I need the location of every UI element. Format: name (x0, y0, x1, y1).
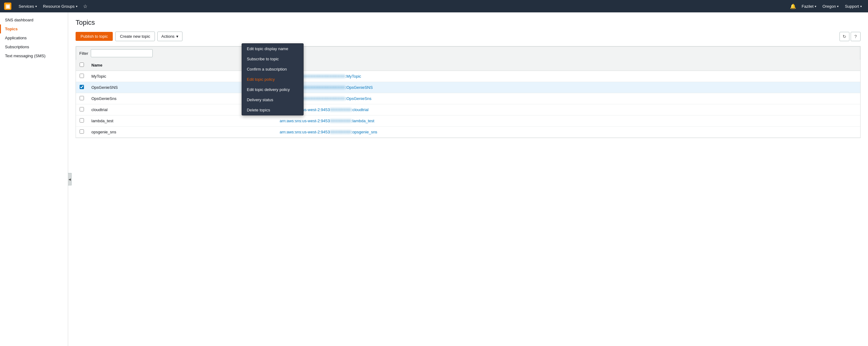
region-caret-icon: ▾ (837, 5, 839, 8)
filter-label: Filter (79, 51, 88, 56)
filter-input[interactable] (91, 49, 153, 57)
menu-item-delete-topics[interactable]: Delete topics (242, 105, 303, 115)
sidebar-item-topics[interactable]: Topics (0, 25, 68, 33)
user-menu[interactable]: Fazilet ▾ (799, 0, 819, 12)
table-header-row: Name ARN (76, 60, 860, 71)
help-button[interactable]: ? (851, 32, 861, 41)
publish-to-topic-button[interactable]: Publish to topic (75, 32, 113, 41)
table-row: OpsGenieSns arn:aws:sXXXXXXXXXXXXXXXXXX:… (76, 93, 860, 104)
sidebar: ◀ SNS dashboard Topics Applications Subs… (0, 12, 68, 346)
menu-item-edit-delivery-policy[interactable]: Edit topic delivery policy (242, 84, 303, 95)
resource-groups-caret-icon: ▾ (76, 5, 78, 8)
topics-table-wrapper: Filter Name ARN (75, 46, 861, 138)
arn-link[interactable]: arn:aws:sns:us-west-2:9453XXXXXXXX:opsge… (280, 130, 377, 134)
row-checkbox[interactable] (80, 74, 84, 78)
menu-item-edit-display-name[interactable]: Edit topic display name (242, 44, 303, 54)
topics-table: Name ARN MyTopic arn:aws:sXXXXXXXXXXXXXX… (76, 60, 860, 138)
refresh-icon: ↻ (843, 34, 846, 39)
create-new-topic-button[interactable]: Create new topic (115, 32, 155, 41)
support-caret-icon: ▾ (860, 5, 862, 8)
services-nav[interactable]: Services ▾ (16, 0, 40, 12)
sidebar-item-applications[interactable]: Applications (0, 33, 68, 42)
resource-groups-nav[interactable]: Resource Groups ▾ (40, 0, 81, 12)
table-row: lambda_test arn:aws:sns:us-west-2:9453XX… (76, 115, 860, 127)
refresh-button[interactable]: ↻ (839, 32, 849, 41)
sidebar-item-text-messaging[interactable]: Text messaging (SMS) (0, 51, 68, 60)
sidebar-item-subscriptions[interactable]: Subscriptions (0, 42, 68, 51)
menu-item-delivery-status[interactable]: Delivery status (242, 95, 303, 105)
actions-caret-icon: ▾ (176, 34, 179, 39)
menu-item-subscribe[interactable]: Subscribe to topic (242, 54, 303, 64)
menu-item-confirm-subscription[interactable]: Confirm a subscription (242, 64, 303, 74)
row-checkbox[interactable] (80, 85, 84, 89)
page-title: Topics (75, 19, 861, 27)
row-checkbox[interactable] (80, 107, 84, 111)
actions-dropdown-menu: Edit topic display name Subscribe to top… (242, 43, 304, 115)
topic-name: lambda_test (88, 115, 276, 127)
favorites-icon[interactable]: ☆ (81, 3, 90, 9)
select-all-header (76, 60, 88, 71)
help-icon: ? (855, 34, 857, 39)
topic-name: opsgenie_sns (88, 127, 276, 138)
select-all-checkbox[interactable] (80, 63, 84, 67)
row-checkbox[interactable] (80, 96, 84, 100)
table-row: opsgenie_sns arn:aws:sns:us-west-2:9453X… (76, 127, 860, 138)
main-content: Topics Publish to topic Create new topic… (68, 12, 868, 346)
table-row: OpsGenieSNS arn:aws:sXXXXXXXXXXXXXXXXXX:… (76, 82, 860, 93)
services-caret-icon: ▾ (35, 5, 37, 8)
table-row: cloudtrial arn:aws:sns:us-west-2:9453XXX… (76, 104, 860, 115)
svg-text:▣: ▣ (5, 3, 10, 9)
row-checkbox[interactable] (80, 129, 84, 134)
sidebar-item-sns-dashboard[interactable]: SNS dashboard (0, 15, 68, 25)
top-navigation: ▣ Services ▾ Resource Groups ▾ ☆ 🔔 Fazil… (0, 0, 868, 12)
user-caret-icon: ▾ (815, 5, 816, 8)
filter-row: Filter (76, 46, 860, 60)
region-menu[interactable]: Oregon ▾ (819, 0, 842, 12)
table-row: MyTopic arn:aws:sXXXXXXXXXXXXXXXXXX:MyTo… (76, 71, 860, 82)
actions-dropdown-button[interactable]: Actions ▾ (157, 32, 183, 41)
toolbar: Publish to topic Create new topic Action… (75, 32, 861, 41)
arn-link[interactable]: arn:aws:sns:us-west-2:9453XXXXXXXX:lambd… (280, 118, 374, 123)
support-menu[interactable]: Support ▾ (842, 0, 865, 12)
aws-logo[interactable]: ▣ (3, 2, 12, 11)
sidebar-toggle[interactable]: ◀ (68, 173, 71, 185)
menu-item-edit-policy[interactable]: Edit topic policy (242, 74, 303, 84)
notifications-icon[interactable]: 🔔 (787, 3, 799, 9)
row-checkbox[interactable] (80, 118, 84, 123)
arn-column-header: ARN (276, 60, 860, 71)
